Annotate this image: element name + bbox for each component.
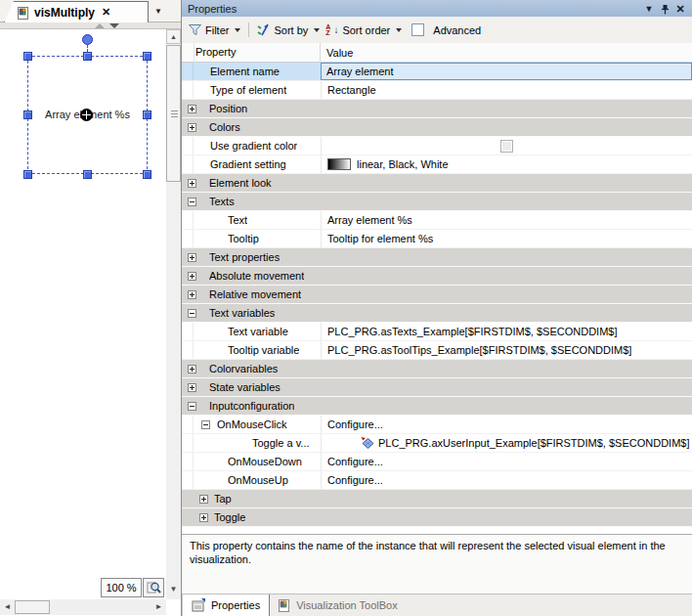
rotation-handle[interactable] xyxy=(82,34,93,45)
expand-icon[interactable] xyxy=(188,365,196,374)
collapse-icon[interactable] xyxy=(188,198,196,206)
vertical-scrollbar[interactable]: ▲ ▼ xyxy=(166,29,181,599)
filter-button[interactable]: Filter xyxy=(189,24,240,36)
window-menu-icon[interactable]: ▼ xyxy=(641,1,657,17)
gradient-checkbox[interactable] xyxy=(500,140,513,153)
horizontal-scrollbar[interactable]: ◄ ► xyxy=(0,599,166,615)
resize-handle-se[interactable] xyxy=(143,170,151,179)
tab-visualization-toolbox[interactable]: Visualization ToolBox xyxy=(270,594,407,616)
group-text-variables[interactable]: Text variables xyxy=(182,304,692,323)
group-tap[interactable]: Tap xyxy=(182,490,692,508)
tab-vismultiply[interactable]: visMultiply ✕ xyxy=(4,1,149,22)
group-state-variables[interactable]: State variables xyxy=(182,378,692,397)
configure-link[interactable]: Configure... xyxy=(321,453,692,470)
property-value[interactable]: Array element %s xyxy=(321,211,692,229)
row-type-of-element[interactable]: Type of element Rectangle xyxy=(182,81,692,100)
group-element-look[interactable]: Element look xyxy=(182,174,692,193)
group-absolute-movement[interactable]: Absolute movement xyxy=(182,267,692,286)
property-label: Tooltip xyxy=(194,233,259,244)
expand-icon[interactable] xyxy=(188,179,196,188)
editor-splitter[interactable] xyxy=(0,22,182,29)
row-gutter xyxy=(182,81,194,99)
group-position[interactable]: Position xyxy=(182,100,692,118)
resize-handle-ne[interactable] xyxy=(143,52,151,61)
row-gutter xyxy=(182,211,194,229)
resize-handle-w[interactable] xyxy=(23,110,32,119)
expand-icon[interactable] xyxy=(199,513,208,522)
sort-order-button[interactable]: AZ ↓ Sort order xyxy=(325,24,402,36)
row-text[interactable]: Text Array element %s xyxy=(182,211,692,230)
row-onmousedown[interactable]: OnMouseDown Configure... xyxy=(182,453,692,471)
resize-handle-nw[interactable] xyxy=(23,52,32,61)
row-text-variable[interactable]: Text variable PLC_PRG.asTexts_Example[$F… xyxy=(182,323,692,341)
resize-handle-s[interactable] xyxy=(83,170,92,179)
tab-list-dropdown-icon[interactable]: ▼ xyxy=(154,7,162,16)
move-anchor-icon[interactable] xyxy=(80,109,93,121)
group-relative-movement[interactable]: Relative movement xyxy=(182,286,692,304)
group-colors[interactable]: Colors xyxy=(182,118,692,137)
filter-label: Filter xyxy=(205,24,229,36)
row-toggle-a-variable[interactable]: Toggle a v... PLC_PRG.axUserInput_Exampl… xyxy=(182,434,692,453)
property-label: Tooltip variable xyxy=(194,344,299,356)
property-value xyxy=(321,137,692,154)
row-tooltip-variable[interactable]: Tooltip variable PLC_PRG.asToolTips_Exam… xyxy=(182,341,692,360)
property-value[interactable]: PLC_PRG.asTexts_Example[$FIRSTDIM$, $SEC… xyxy=(321,323,692,340)
expand-icon[interactable] xyxy=(188,253,196,262)
property-value[interactable]: Tooltip for element %s xyxy=(321,230,692,247)
vertical-scrollbar-thumb[interactable] xyxy=(166,45,181,182)
configure-link[interactable]: Configure... xyxy=(321,471,692,489)
property-value-input[interactable]: Array element xyxy=(321,63,692,80)
expand-icon[interactable] xyxy=(199,495,208,504)
expand-icon[interactable] xyxy=(188,123,196,132)
property-value[interactable]: linear, Black, White xyxy=(321,155,692,173)
group-inputconfiguration[interactable]: Inputconfiguration xyxy=(182,397,692,416)
gradient-swatch[interactable] xyxy=(327,158,351,170)
tab-close-icon[interactable]: ✕ xyxy=(102,7,110,18)
group-text-properties[interactable]: Text properties xyxy=(182,248,692,267)
row-use-gradient-color[interactable]: Use gradient color xyxy=(182,137,692,155)
configure-link[interactable]: Configure... xyxy=(321,416,692,433)
horizontal-scrollbar-thumb[interactable] xyxy=(15,600,50,614)
collapse-icon[interactable] xyxy=(201,420,210,429)
scroll-left-icon[interactable]: ◄ xyxy=(0,599,15,614)
row-onmouseup[interactable]: OnMouseUp Configure... xyxy=(182,471,692,490)
visualization-canvas[interactable]: Array element %s xyxy=(0,29,166,599)
pin-icon[interactable] xyxy=(657,2,672,15)
row-onmouseclick[interactable]: OnMouseClick Configure... xyxy=(182,416,692,434)
row-element-name[interactable]: Element name Array element xyxy=(182,63,692,81)
row-tooltip[interactable]: Tooltip Tooltip for element %s xyxy=(182,230,692,248)
row-gradient-setting[interactable]: Gradient setting linear, Black, White xyxy=(182,155,692,174)
zoom-tool-button[interactable] xyxy=(143,578,164,597)
expand-icon[interactable] xyxy=(188,272,196,281)
collapse-icon[interactable] xyxy=(188,309,196,318)
properties-titlebar[interactable]: Properties ▼ ✕ xyxy=(182,0,692,17)
zoom-level-box[interactable]: 100 % xyxy=(101,578,142,597)
scroll-up-icon[interactable]: ▲ xyxy=(166,29,181,44)
property-value[interactable]: PLC_PRG.asToolTips_Example[$FIRSTDIM$, $… xyxy=(321,341,692,359)
property-column-header[interactable]: Property xyxy=(182,43,321,62)
group-value xyxy=(321,378,692,396)
row-gutter xyxy=(182,323,194,340)
resize-handle-e[interactable] xyxy=(143,110,151,119)
advanced-checkbox[interactable] xyxy=(411,23,424,36)
group-colorvariables[interactable]: Colorvariables xyxy=(182,360,692,378)
scroll-right-icon[interactable]: ► xyxy=(151,599,166,614)
resize-handle-sw[interactable] xyxy=(23,170,32,179)
close-icon[interactable]: ✕ xyxy=(672,1,688,17)
advanced-toggle[interactable]: Advanced xyxy=(411,23,481,36)
property-value[interactable]: PLC_PRG.axUserInput_Example[$FIRSTDIM$, … xyxy=(321,434,692,452)
resize-handle-n[interactable] xyxy=(83,52,92,61)
value-column-header[interactable]: Value xyxy=(321,47,353,59)
collapse-icon[interactable] xyxy=(188,402,196,411)
group-texts[interactable]: Texts xyxy=(182,193,692,211)
expand-icon[interactable] xyxy=(188,383,196,392)
tab-label: Visualization ToolBox xyxy=(296,599,398,611)
expand-icon[interactable] xyxy=(188,105,196,113)
expand-icon[interactable] xyxy=(188,290,196,299)
sort-by-button[interactable]: Sort by xyxy=(256,23,320,36)
property-value[interactable]: Rectangle xyxy=(321,81,692,99)
tab-properties[interactable]: Properties xyxy=(182,594,270,616)
scroll-down-icon[interactable]: ▼ xyxy=(166,583,181,597)
group-toggle[interactable]: Toggle xyxy=(182,508,692,527)
tab-label: visMultiply xyxy=(34,6,95,20)
